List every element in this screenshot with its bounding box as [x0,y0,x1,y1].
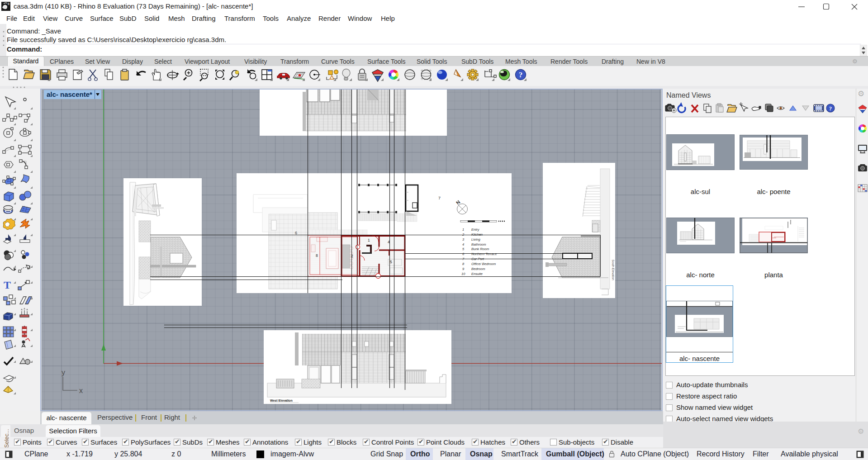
svg-text:Ensuite: Ensuite [471,272,483,276]
svg-text:Kitchen: Kitchen [471,232,483,237]
svg-text:1: 1 [462,228,464,232]
svg-text:8: 8 [316,253,318,258]
svg-text:Living: Living [471,237,480,242]
svg-text:2: 2 [462,232,465,237]
svg-text:?: ? [829,105,832,112]
svg-text:Bunk Room: Bunk Room [471,247,489,251]
svg-text:Entry: Entry [471,228,480,232]
svg-text:T: T [4,279,11,291]
svg-text:South Elevation: South Elevation [612,260,615,280]
svg-text:?: ? [519,71,523,79]
svg-text:West Elevation: West Elevation [270,399,293,402]
svg-text:Bathroom: Bathroom [471,242,486,247]
svg-text:10: 10 [461,272,465,276]
svg-text:4: 4 [462,242,464,247]
svg-text:1: 1 [368,238,370,242]
svg-text:Bedroom: Bedroom [471,267,485,271]
svg-text:y: y [62,369,65,376]
svg-text:2: 2 [351,254,353,258]
svg-text:7: 7 [438,196,441,200]
svg-text:8: 8 [8,2,9,5]
svg-text:x: x [79,387,83,394]
svg-text:6: 6 [295,231,297,235]
svg-text:Office/ Bedroom: Office/ Bedroom [471,262,496,266]
svg-text:5: 5 [390,260,392,264]
svg-text:Northern Terrace: Northern Terrace [471,252,497,256]
